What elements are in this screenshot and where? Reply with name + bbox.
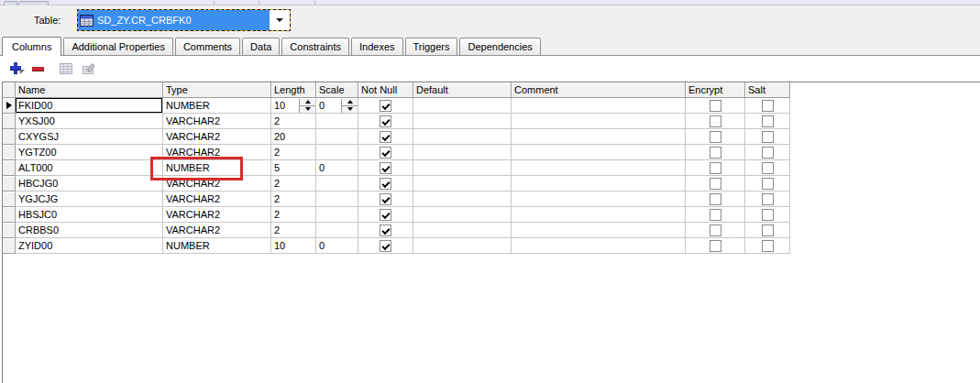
row-selector[interactable] xyxy=(3,176,16,192)
cell-name[interactable]: ZYID00 xyxy=(16,238,163,254)
spinner-down-button[interactable] xyxy=(300,105,315,113)
cell-salt[interactable] xyxy=(745,129,790,145)
tab-triggers[interactable]: Triggers xyxy=(405,38,458,55)
cell-name[interactable]: YGJCJG xyxy=(16,192,163,207)
cell-scale[interactable]: 0 xyxy=(316,160,358,176)
row-selector[interactable] xyxy=(3,207,16,223)
cell-comment[interactable] xyxy=(512,98,686,114)
salt-checkbox[interactable] xyxy=(762,224,774,236)
cell-salt[interactable] xyxy=(745,145,790,160)
cell-encrypt[interactable] xyxy=(686,223,745,238)
row-selector[interactable] xyxy=(3,129,16,145)
row-selector[interactable] xyxy=(3,192,16,207)
cell-length[interactable]: 2 xyxy=(271,145,316,160)
not-null-checkbox[interactable] xyxy=(380,178,391,190)
cell-salt[interactable] xyxy=(745,192,790,207)
not-null-checkbox[interactable] xyxy=(380,193,391,205)
encrypt-checkbox[interactable] xyxy=(710,115,721,127)
cell-not-null[interactable] xyxy=(358,129,413,145)
spinner-down-button[interactable] xyxy=(342,105,358,113)
cell-default[interactable] xyxy=(413,160,512,176)
cell-comment[interactable] xyxy=(512,238,686,254)
cell-default[interactable] xyxy=(413,114,512,129)
cell-encrypt[interactable] xyxy=(686,160,745,176)
row-selector[interactable] xyxy=(3,114,16,129)
tab-additional-properties[interactable]: Additional Properties xyxy=(63,38,173,55)
cell-salt[interactable] xyxy=(745,176,790,192)
cell-length[interactable]: 2 xyxy=(271,192,316,207)
salt-checkbox[interactable] xyxy=(762,209,774,221)
table-combobox-dropdown-button[interactable] xyxy=(270,10,290,30)
cell-comment[interactable] xyxy=(512,114,686,129)
cell-not-null[interactable] xyxy=(358,238,413,254)
tab-dependencies[interactable]: Dependencies xyxy=(459,38,540,55)
not-null-checkbox[interactable] xyxy=(380,131,391,143)
encrypt-checkbox[interactable] xyxy=(710,147,721,159)
cell-length[interactable]: 2 xyxy=(271,223,316,238)
salt-checkbox[interactable] xyxy=(762,147,774,159)
cell-name[interactable]: FKID00 xyxy=(16,98,163,114)
row-selector[interactable] xyxy=(3,160,16,176)
row-selector[interactable] xyxy=(3,238,16,254)
cell-comment[interactable] xyxy=(512,223,686,238)
cell-encrypt[interactable] xyxy=(686,238,745,254)
cell-name[interactable]: YXSJ00 xyxy=(16,114,163,129)
cell-scale[interactable] xyxy=(316,129,358,145)
cell-scale[interactable] xyxy=(316,223,358,238)
cell-type[interactable]: VARCHAR2 xyxy=(163,223,271,238)
cell-length[interactable]: 10 xyxy=(271,98,316,114)
spinner-up-button[interactable] xyxy=(300,99,315,105)
cell-type[interactable]: NUMBER xyxy=(163,98,271,114)
cell-length[interactable]: 10 xyxy=(271,238,316,254)
cell-scale[interactable] xyxy=(316,145,358,160)
encrypt-checkbox[interactable] xyxy=(710,131,721,143)
cell-salt[interactable] xyxy=(745,114,790,129)
cell-salt[interactable] xyxy=(745,223,790,238)
salt-checkbox[interactable] xyxy=(762,178,774,190)
salt-checkbox[interactable] xyxy=(762,100,774,112)
cell-name[interactable]: HBSJC0 xyxy=(16,207,163,223)
cell-type[interactable]: VARCHAR2 xyxy=(163,176,271,192)
cell-not-null[interactable] xyxy=(358,176,413,192)
encrypt-checkbox[interactable] xyxy=(710,162,721,174)
cell-scale[interactable]: 0 xyxy=(316,238,358,254)
cell-not-null[interactable] xyxy=(358,114,413,129)
cell-salt[interactable] xyxy=(745,207,790,223)
cell-length[interactable]: 2 xyxy=(271,176,316,192)
tab-data[interactable]: Data xyxy=(242,38,280,55)
cell-scale[interactable]: 0 xyxy=(316,98,358,114)
cell-default[interactable] xyxy=(413,207,512,223)
cell-not-null[interactable] xyxy=(358,192,413,207)
cell-not-null[interactable] xyxy=(358,207,413,223)
row-selector[interactable] xyxy=(3,145,16,160)
cell-default[interactable] xyxy=(413,223,512,238)
cell-encrypt[interactable] xyxy=(686,192,745,207)
cell-default[interactable] xyxy=(413,176,512,192)
cell-length[interactable]: 20 xyxy=(271,129,316,145)
row-selector[interactable] xyxy=(3,223,16,238)
cell-default[interactable] xyxy=(413,145,512,160)
cell-type[interactable]: VARCHAR2 xyxy=(163,114,271,129)
not-null-checkbox[interactable] xyxy=(380,209,391,221)
cell-type[interactable]: VARCHAR2 xyxy=(163,192,271,207)
tab-columns[interactable]: Columns xyxy=(2,37,61,56)
table-combobox-selection[interactable]: SD_ZY.CR_CRBFK0 xyxy=(78,10,270,30)
cell-encrypt[interactable] xyxy=(686,98,745,114)
cell-not-null[interactable] xyxy=(358,98,413,114)
cell-comment[interactable] xyxy=(512,192,686,207)
cell-length[interactable]: 2 xyxy=(271,207,316,223)
cell-scale[interactable] xyxy=(316,192,358,207)
spinner-control[interactable] xyxy=(341,99,358,113)
cell-salt[interactable] xyxy=(745,98,790,114)
cell-comment[interactable] xyxy=(512,160,686,176)
spinner-control[interactable] xyxy=(299,99,315,113)
cell-name[interactable]: ALT000 xyxy=(16,160,163,176)
cell-default[interactable] xyxy=(413,238,512,254)
encrypt-checkbox[interactable] xyxy=(710,193,721,205)
not-null-checkbox[interactable] xyxy=(380,100,391,112)
tab-indexes[interactable]: Indexes xyxy=(351,38,403,55)
cell-type[interactable]: VARCHAR2 xyxy=(163,129,271,145)
cell-type[interactable]: NUMBER xyxy=(163,160,271,176)
cell-encrypt[interactable] xyxy=(686,145,745,160)
encrypt-checkbox[interactable] xyxy=(710,240,721,252)
